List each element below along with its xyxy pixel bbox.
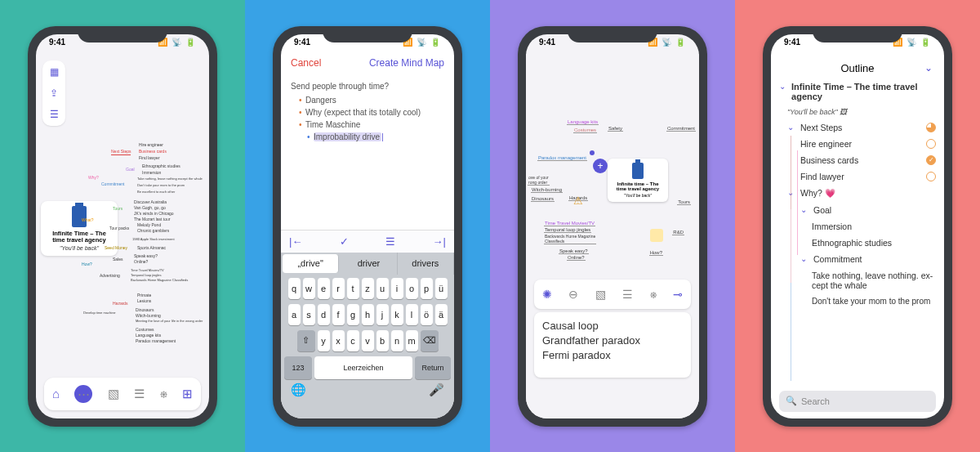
chevron-down-icon[interactable]: ⌄: [787, 188, 795, 197]
node-seed[interactable]: Seed Money: [105, 245, 127, 252]
node[interactable]: Find lawyer: [139, 155, 160, 162]
grid-icon[interactable]: ▦: [47, 65, 60, 78]
key-x[interactable]: x: [332, 330, 345, 351]
root-card[interactable]: Infinite time – The time travel agency "…: [608, 159, 668, 202]
node-selected[interactable]: Paradox management: [537, 155, 587, 161]
mindmap-canvas[interactable]: Language kits Costumes Safety Commitment…: [526, 54, 699, 418]
style-icon[interactable]: ⎈: [650, 288, 657, 301]
outline-item-editing[interactable]: Improbability drive|: [307, 131, 444, 143]
node[interactable]: How?: [649, 250, 663, 256]
mindmap-canvas[interactable]: Next Steps Hire engineer Business cards …: [118, 70, 206, 369]
node[interactable]: Language kits: [567, 119, 599, 125]
key-m[interactable]: m: [406, 330, 418, 351]
node[interactable]: R&D: [672, 230, 684, 235]
link-icon[interactable]: ⊸: [673, 288, 683, 301]
node[interactable]: Online?: [134, 259, 148, 266]
chevron-down-icon[interactable]: ⌄: [800, 205, 808, 214]
chevron-down-icon[interactable]: ⌄: [779, 82, 786, 91]
node[interactable]: Lesions: [137, 298, 151, 305]
node[interactable]: Immersion: [142, 170, 161, 177]
focus-icon[interactable]: ✺: [542, 288, 552, 301]
node[interactable]: Backwards Home Magazine Classifieds: [544, 234, 596, 244]
node-adv[interactable]: Advertising: [100, 273, 120, 280]
node-sales[interactable]: Sales: [113, 257, 123, 263]
image-icon[interactable]: ▧: [108, 387, 119, 401]
tree-icon[interactable]: ⌂: [52, 387, 60, 401]
key-o[interactable]: o: [406, 278, 418, 299]
key-ö[interactable]: ö: [421, 304, 433, 325]
key-w[interactable]: w: [303, 278, 315, 299]
note-icon[interactable]: ☰: [385, 235, 395, 248]
outline-item[interactable]: Time Maschine: [299, 119, 444, 131]
node[interactable]: Online?: [567, 255, 586, 261]
key-ä[interactable]: ä: [435, 304, 448, 325]
key-y[interactable]: y: [318, 330, 330, 351]
outline-item[interactable]: Why (expect that its totally cool): [299, 106, 444, 119]
node[interactable]: 1980 Apple Stock investment: [132, 237, 175, 243]
key-r[interactable]: r: [332, 278, 345, 299]
key-h[interactable]: h: [362, 304, 374, 325]
notes-icon[interactable]: ☰: [622, 288, 633, 301]
key-z[interactable]: z: [362, 278, 374, 299]
outline-item[interactable]: ⌄ Next Steps: [771, 119, 944, 136]
key-g[interactable]: g: [347, 304, 359, 325]
key-t[interactable]: t: [347, 278, 359, 299]
key-f[interactable]: f: [332, 304, 345, 325]
key-⌫[interactable]: ⌫: [421, 330, 439, 351]
key-e[interactable]: e: [318, 278, 330, 299]
node[interactable]: Commitment: [666, 126, 696, 132]
list-icon[interactable]: ☰: [47, 108, 60, 121]
chevron-down-icon[interactable]: ⌄: [800, 254, 808, 263]
share-icon[interactable]: ⇪: [47, 87, 60, 100]
node[interactable]: Chronic gamblers: [137, 228, 169, 235]
node-nextsteps[interactable]: Next Steps: [111, 149, 131, 155]
layers-icon[interactable]: ⊞: [182, 387, 193, 401]
key-s[interactable]: s: [303, 304, 315, 325]
chevron-down-icon[interactable]: ⌄: [787, 123, 795, 132]
chat-icon[interactable]: ⋯: [74, 385, 92, 403]
key-⇧[interactable]: ⇧: [297, 330, 315, 351]
mic-icon[interactable]: 🎤: [429, 383, 444, 397]
node-how[interactable]: How?: [82, 262, 92, 268]
node[interactable]: Paradox management: [136, 338, 176, 345]
node[interactable]: Temporal loop jingles: [544, 227, 591, 233]
outdent-icon[interactable]: |←: [289, 235, 302, 248]
key-j[interactable]: j: [376, 304, 389, 325]
key-space[interactable]: Leerzeichen: [314, 356, 412, 379]
key-v[interactable]: v: [362, 330, 374, 351]
suggestion[interactable]: drivers: [398, 253, 454, 275]
node-what[interactable]: What?: [82, 217, 93, 224]
key-i[interactable]: i: [391, 278, 403, 299]
key-b[interactable]: b: [376, 330, 389, 351]
node[interactable]: Safety: [608, 126, 623, 132]
create-button[interactable]: Create Mind Map: [369, 57, 444, 69]
sticky-note-icon[interactable]: [650, 229, 663, 242]
check-icon[interactable]: ✓: [340, 235, 349, 248]
outline-item[interactable]: Hire engineer: [771, 136, 944, 152]
notes-panel[interactable]: Causal loop Grandfather paradox Fermi pa…: [534, 312, 691, 378]
style-icon[interactable]: ⎈: [160, 387, 167, 401]
node-tours[interactable]: Tours: [113, 206, 122, 213]
node-why[interactable]: Why?: [88, 175, 99, 181]
notes-icon[interactable]: ☰: [134, 387, 145, 401]
node[interactable]: Dinosaurs: [531, 196, 555, 202]
node-commit[interactable]: Commitment: [101, 181, 124, 188]
add-button[interactable]: +: [593, 159, 608, 173]
key-q[interactable]: q: [288, 278, 301, 299]
node[interactable]: Be excellent to each other: [137, 190, 175, 195]
node[interactable]: Ethnographic studies: [142, 163, 180, 170]
node[interactable]: Meeting the love of your life in the wro…: [136, 319, 203, 324]
node-goal[interactable]: Goal: [126, 167, 135, 173]
node-hazards[interactable]: Hazards: [113, 301, 128, 307]
node[interactable]: Speak easy?: [559, 248, 589, 254]
node[interactable]: Backwards Home Magazine Classifieds: [131, 278, 188, 284]
node[interactable]: Witch-burning: [531, 187, 563, 193]
node[interactable]: ove of your rong order: [528, 175, 550, 186]
key-c[interactable]: c: [347, 330, 359, 351]
key-123[interactable]: 123: [284, 356, 312, 379]
key-ü[interactable]: ü: [435, 278, 448, 299]
cancel-button[interactable]: Cancel: [291, 57, 321, 69]
key-d[interactable]: d: [318, 304, 330, 325]
node[interactable]: Time Travel Movies/TV: [544, 221, 595, 226]
node[interactable]: Hire engineer: [139, 142, 163, 149]
